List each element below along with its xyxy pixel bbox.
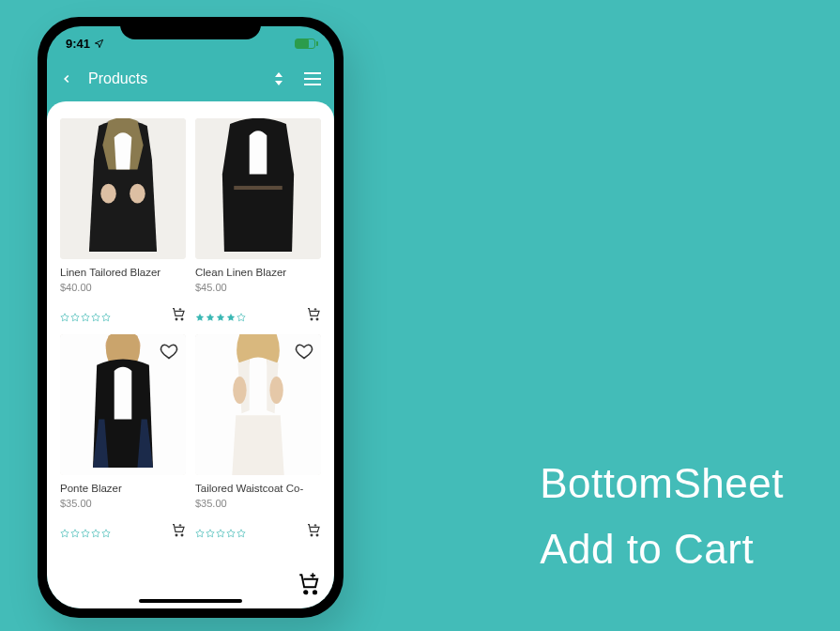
chevron-left-icon — [60, 72, 73, 85]
product-price: $40.00 — [60, 282, 186, 293]
rating-stars[interactable] — [195, 525, 246, 534]
menu-button[interactable] — [304, 70, 321, 87]
favorite-button[interactable] — [295, 342, 313, 361]
product-footer — [195, 306, 321, 321]
phone-notch — [120, 17, 261, 39]
svg-point-7 — [176, 534, 177, 536]
rating-stars[interactable] — [195, 309, 246, 318]
star-outline-icon — [70, 525, 80, 534]
star-outline-icon — [70, 309, 80, 318]
floating-cart-button[interactable] — [297, 571, 321, 595]
app-header: Products — [47, 60, 334, 98]
rating-stars[interactable] — [60, 309, 111, 318]
product-card: Ponte Blazer$35.00 — [60, 334, 186, 537]
product-card: Clean Linen Blazer$45.00 — [195, 118, 321, 321]
star-outline-icon — [237, 309, 246, 318]
product-image[interactable] — [60, 118, 186, 259]
svg-point-11 — [304, 591, 307, 593]
star-outline-icon — [81, 525, 90, 534]
product-name: Ponte Blazer — [60, 483, 186, 494]
product-list-panel[interactable]: Linen Tailored Blazer$40.00Clean Linen B… — [47, 101, 334, 608]
star-outline-icon — [81, 309, 90, 318]
star-outline-icon — [91, 525, 100, 534]
back-button[interactable] — [60, 72, 79, 85]
star-fill-icon — [216, 309, 225, 318]
sort-icon — [273, 72, 284, 85]
product-price: $35.00 — [195, 498, 321, 509]
add-to-cart-button[interactable] — [171, 522, 186, 537]
status-time: 9:41 — [66, 37, 90, 51]
product-footer — [60, 522, 186, 537]
product-card: Linen Tailored Blazer$40.00 — [60, 118, 186, 321]
star-outline-icon — [206, 525, 215, 534]
svg-point-8 — [181, 534, 183, 536]
product-price: $35.00 — [60, 498, 186, 509]
heart-icon — [295, 342, 313, 361]
star-fill-icon — [206, 309, 215, 318]
product-name: Clean Linen Blazer — [195, 267, 321, 278]
cart-icon — [306, 522, 321, 537]
svg-point-3 — [176, 318, 177, 320]
star-outline-icon — [216, 525, 225, 534]
add-to-cart-button[interactable] — [306, 306, 321, 321]
svg-point-4 — [181, 318, 183, 320]
star-fill-icon — [226, 309, 236, 318]
cart-icon — [171, 522, 186, 537]
svg-point-10 — [316, 534, 318, 536]
star-outline-icon — [237, 525, 246, 534]
product-footer — [60, 306, 186, 321]
cart-icon — [306, 306, 321, 321]
sort-button[interactable] — [270, 70, 287, 87]
battery-icon — [295, 38, 315, 49]
product-footer — [195, 522, 321, 537]
svg-point-6 — [316, 318, 318, 320]
phone-frame: 9:41 Products Linen Tailored Blazer$40 — [38, 17, 344, 618]
star-fill-icon — [195, 309, 205, 318]
svg-point-12 — [313, 591, 316, 593]
home-indicator[interactable] — [139, 599, 242, 603]
page-heading: BottomSheet Add to Cart — [540, 451, 784, 583]
add-to-cart-button[interactable] — [306, 522, 321, 537]
svg-point-9 — [311, 534, 313, 536]
page-heading-line2: Add to Cart — [540, 516, 784, 582]
add-to-cart-button[interactable] — [171, 306, 186, 321]
star-outline-icon — [91, 309, 100, 318]
star-outline-icon — [60, 309, 69, 318]
product-name: Linen Tailored Blazer — [60, 267, 186, 278]
heart-icon — [160, 342, 178, 361]
product-name: Tailored Waistcoat Co- — [195, 483, 321, 494]
cart-plus-icon — [297, 571, 321, 595]
header-title: Products — [88, 70, 270, 87]
page-heading-line1: BottomSheet — [540, 451, 784, 516]
star-outline-icon — [101, 309, 111, 318]
location-arrow-icon — [94, 38, 104, 49]
product-price: $45.00 — [195, 282, 321, 293]
product-card: Tailored Waistcoat Co-$35.00 — [195, 334, 321, 537]
star-outline-icon — [60, 525, 69, 534]
star-outline-icon — [226, 525, 236, 534]
cart-icon — [171, 306, 186, 321]
star-outline-icon — [195, 525, 205, 534]
hamburger-icon — [304, 72, 321, 85]
product-image[interactable] — [195, 334, 321, 475]
product-image[interactable] — [195, 118, 321, 259]
product-image[interactable] — [60, 334, 186, 475]
svg-point-5 — [311, 318, 313, 320]
favorite-button[interactable] — [160, 342, 178, 361]
rating-stars[interactable] — [60, 525, 111, 534]
phone-screen: 9:41 Products Linen Tailored Blazer$40 — [47, 26, 334, 608]
star-outline-icon — [101, 525, 111, 534]
